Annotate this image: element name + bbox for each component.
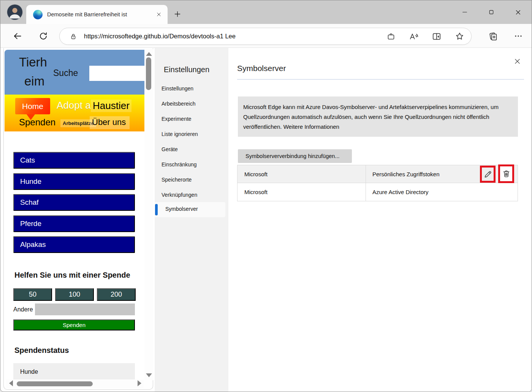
donate-heading: Helfen Sie uns mit einer Spende bbox=[14, 271, 130, 280]
symbolserver-table: Microsoft Persönliches Zugriffstoken bbox=[237, 165, 518, 201]
delete-button[interactable] bbox=[498, 164, 514, 183]
spenden-button[interactable]: Spenden bbox=[13, 319, 135, 330]
column-divider bbox=[366, 165, 366, 183]
sidebar-item-symbolserver[interactable]: Symbolserver bbox=[155, 202, 225, 217]
tab-strip: Demoseite mit Barrierefreiheit ist bbox=[0, 0, 532, 24]
browser-window: Demoseite mit Barrierefreiheit ist bbox=[0, 0, 532, 392]
horizontal-scroll-thumb[interactable] bbox=[17, 381, 93, 386]
scroll-down-icon[interactable] bbox=[146, 373, 152, 377]
nav-spenden-link[interactable]: Spenden bbox=[19, 117, 55, 128]
lock-icon[interactable] bbox=[70, 33, 77, 40]
status-heading: Spendenstatus bbox=[14, 346, 69, 355]
info-box: Microsoft Edge kann mit Azure Davos-Symb… bbox=[238, 96, 518, 137]
title-divider bbox=[237, 79, 524, 80]
read-aloud-icon[interactable] bbox=[409, 32, 419, 41]
profile-avatar[interactable] bbox=[7, 5, 22, 20]
nav-adopt-link-part2[interactable]: Haustier bbox=[91, 100, 131, 112]
info-link[interactable]: Weitere Informationen bbox=[283, 123, 339, 130]
sidebar-item-verknuepfungen[interactable]: Verknüpfungen bbox=[162, 191, 197, 199]
category-button-alpakas[interactable]: Alpakas bbox=[13, 236, 135, 253]
sidebar-item-einschraenkung[interactable]: Einschränkung bbox=[162, 160, 197, 169]
category-button-hunde[interactable]: Hunde bbox=[13, 173, 135, 190]
search-input[interactable] bbox=[89, 66, 145, 81]
site-header: Tierh eim Suche bbox=[5, 50, 144, 95]
amount-button-50[interactable]: 50 bbox=[13, 288, 52, 301]
nav-home-link[interactable]: Home bbox=[15, 98, 50, 114]
auth-cell: Persönliches Zugriffstoken bbox=[372, 171, 439, 177]
page-viewport: Tierh eim Suche Home Adopt a Haustier Sp… bbox=[3, 48, 153, 390]
add-symbolserver-button[interactable]: Symbolserververbindung hinzufügen... bbox=[238, 149, 352, 163]
sidebar-item-geraete[interactable]: Geräte bbox=[162, 145, 178, 153]
vertical-scroll-thumb[interactable] bbox=[146, 57, 151, 90]
site-title-line2: eim bbox=[24, 74, 44, 89]
auth-cell: Azure Active Directory bbox=[372, 189, 429, 195]
sidebar-item-liste-ignorieren[interactable]: Liste ignorieren bbox=[162, 130, 198, 138]
edit-button[interactable] bbox=[480, 166, 496, 183]
nav-ueber-uns-link[interactable]: Über uns bbox=[90, 116, 130, 129]
edge-favicon-icon bbox=[33, 10, 43, 19]
scroll-up-icon[interactable] bbox=[146, 52, 152, 56]
amount-button-100[interactable]: 100 bbox=[55, 288, 94, 301]
browser-tab[interactable]: Demoseite mit Barrierefreiheit ist bbox=[26, 5, 168, 24]
favorites-star-icon[interactable] bbox=[454, 32, 464, 41]
site-title-line1: Tierh bbox=[19, 55, 47, 70]
sidebar-item-symbolserver-label: Symbolserver bbox=[165, 206, 198, 212]
url-bar[interactable]: https://microsoftedge.github.io/Demos/de… bbox=[59, 28, 472, 45]
window-close-icon[interactable] bbox=[510, 6, 526, 18]
nav-adopt-link-part1[interactable]: Adopt a bbox=[57, 100, 91, 111]
url-text[interactable]: https://microsoftedge.github.io/Demos/de… bbox=[84, 33, 373, 40]
refresh-icon[interactable] bbox=[38, 31, 49, 41]
browser-toolbar: https://microsoftedge.github.io/Demos/de… bbox=[0, 24, 532, 48]
new-tab-icon[interactable] bbox=[171, 8, 184, 20]
more-menu-icon[interactable] bbox=[513, 30, 524, 42]
provider-cell: Microsoft bbox=[244, 189, 268, 195]
table-row: Microsoft Persönliches Zugriffstoken bbox=[238, 165, 518, 183]
provider-cell: Microsoft bbox=[244, 171, 268, 177]
symbolserver-panel: Symbolserver Microsoft Edge kann mit Azu… bbox=[228, 48, 532, 392]
minimize-icon[interactable] bbox=[457, 6, 473, 18]
status-list-item: Hunde bbox=[13, 363, 135, 380]
selected-indicator-bar bbox=[155, 204, 158, 215]
sidebar-item-experimente[interactable]: Experimente bbox=[162, 115, 192, 123]
collections-icon[interactable] bbox=[487, 30, 499, 42]
table-row: Microsoft Azure Active Directory bbox=[238, 183, 518, 201]
maximize-icon[interactable] bbox=[483, 6, 499, 18]
category-button-cats[interactable]: Cats bbox=[13, 152, 135, 169]
search-label: Suche bbox=[53, 68, 78, 78]
tab-close-icon[interactable] bbox=[154, 9, 164, 19]
scroll-right-icon[interactable] bbox=[138, 380, 141, 386]
sidebar-item-arbeitsbereich[interactable]: Arbeitsbereich bbox=[162, 100, 196, 108]
page-vertical-scrollbar[interactable] bbox=[144, 49, 153, 380]
andere-amount-input[interactable] bbox=[35, 303, 135, 315]
tab-title: Demoseite mit Barrierefreiheit ist bbox=[47, 11, 154, 17]
sidebar-item-einstellungen[interactable]: Einstellungen bbox=[162, 84, 193, 93]
back-icon[interactable] bbox=[12, 31, 23, 41]
page-horizontal-scrollbar[interactable] bbox=[6, 379, 144, 388]
andere-label: Andere bbox=[13, 306, 33, 313]
panel-title: Symbolserver bbox=[237, 64, 286, 73]
split-screen-icon[interactable] bbox=[432, 32, 442, 41]
column-divider bbox=[366, 183, 366, 201]
amount-button-200[interactable]: 200 bbox=[97, 288, 136, 301]
site-nav: Home Adopt a Haustier Spenden Arbeitsplä… bbox=[5, 95, 144, 131]
devtools-close-icon[interactable] bbox=[511, 55, 523, 67]
scroll-left-icon[interactable] bbox=[9, 380, 13, 386]
sidebar-item-speicherorte[interactable]: Speicherorte bbox=[162, 175, 192, 184]
devtools-settings-sidebar: Einstellungen Einstellungen Arbeitsberei… bbox=[155, 48, 228, 392]
info-text: Microsoft Edge kann mit Azure Davos-Symb… bbox=[243, 104, 499, 130]
category-button-schaf[interactable]: Schaf bbox=[13, 194, 135, 211]
category-button-pferde[interactable]: Pferde bbox=[13, 215, 135, 232]
browser-essentials-icon[interactable] bbox=[386, 32, 396, 41]
settings-heading: Einstellungen bbox=[164, 65, 209, 74]
